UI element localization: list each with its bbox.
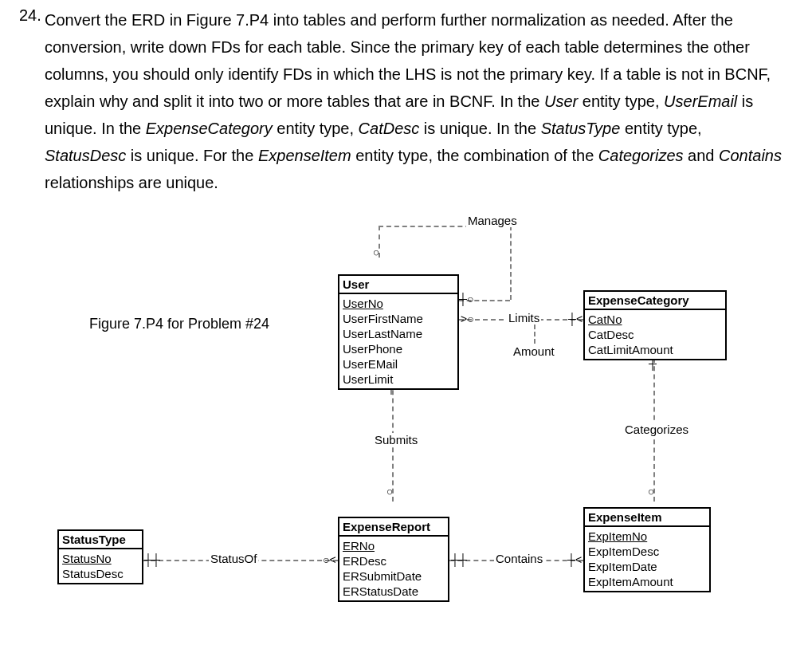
entity-statustype-attr-0: StatusDesc (62, 566, 139, 581)
limits-label: Limits (507, 311, 541, 325)
statusof-card-right: ○< (323, 554, 336, 565)
question-number: 24. (19, 6, 41, 25)
limits-attr-label: Amount (513, 344, 555, 358)
qt-categorizes: Categorizes (598, 147, 684, 164)
entity-er-attr-0: ERDesc (343, 553, 445, 568)
qt-useremail: UserEmail (664, 92, 737, 110)
contains-card-right: ┼< (567, 554, 582, 565)
entity-er-attrs: ERNo ERDesc ERSubmitDate ERStatusDate (339, 537, 448, 600)
qt-p1g: is unique. For the (126, 147, 258, 164)
entity-ei-attr-0: ExpItemDesc (588, 544, 706, 559)
entity-user-attr-2: UserPhone (343, 341, 454, 356)
entity-ei-attr-1: ExpItemDate (588, 559, 706, 574)
qt-contains: Contains (719, 147, 782, 164)
entity-ei-attr-2: ExpItemAmount (588, 574, 706, 589)
contains-card-left: ┼┼ (451, 554, 467, 565)
manages-card-one: ┼○ (459, 293, 473, 305)
submits-card-top: ┼ (387, 382, 395, 393)
figure-caption: Figure 7.P4 for Problem #24 (89, 316, 269, 332)
entity-ei-title: ExpenseItem (585, 509, 709, 527)
submits-label: Submits (373, 433, 419, 446)
qt-p1b: entity type, (578, 92, 664, 110)
qt-p1j: relationships are unique. (45, 174, 218, 191)
entity-statustype-title: StatusType (59, 531, 142, 549)
entity-expense-item: ExpenseItem ExpItemNo ExpItemDesc ExpIte… (583, 507, 711, 592)
statusof-card-left: ┼┼ (144, 554, 160, 565)
page-root: 24. Convert the ERD in Figure 7.P4 into … (0, 0, 812, 653)
limits-attr-line (534, 325, 535, 344)
qt-statusdesc: StatusDesc (45, 147, 126, 164)
entity-user-attr-4: UserLimit (343, 372, 454, 387)
categorizes-card-bot: ○ (646, 489, 657, 495)
qt-p1f: entity type, (620, 120, 701, 137)
categorizes-line (653, 358, 655, 502)
entity-expcat-attrs: CatNo CatDesc CatLimitAmount (585, 310, 725, 359)
manages-line-h1 (379, 226, 510, 227)
entity-er-pk: ERNo (343, 538, 445, 553)
entity-user-title: User (339, 276, 457, 294)
entity-expense-category: ExpenseCategory CatNo CatDesc CatLimitAm… (583, 290, 727, 360)
entity-status-type: StatusType StatusNo StatusDesc (57, 529, 143, 584)
entity-er-title: ExpenseReport (339, 518, 448, 537)
entity-user-attr-1: UserLastName (343, 326, 454, 341)
entity-expcat-pk: CatNo (588, 312, 722, 327)
entity-user-attr-0: UserFirstName (343, 311, 454, 326)
qt-p1d: entity type, (273, 120, 359, 137)
entity-expcat-attr-1: CatLimitAmount (588, 342, 722, 357)
qt-p1h: entity type, the combination of the (351, 147, 598, 164)
qt-user: User (544, 92, 578, 110)
limits-card-right: ┼< (568, 313, 583, 325)
manages-card-many: ○ (371, 250, 382, 256)
limits-card-left: >○ (461, 313, 474, 325)
statusof-line (143, 560, 338, 561)
entity-er-attr-2: ERStatusDate (343, 584, 445, 599)
entity-ei-attrs: ExpItemNo ExpItemDesc ExpItemDate ExpIte… (585, 527, 709, 591)
manages-line-v1 (379, 226, 380, 258)
entity-user-attrs: UserNo UserFirstName UserLastName UserPh… (339, 294, 457, 388)
limits-line (459, 319, 583, 321)
qt-expcat: ExpenseCategory (146, 120, 273, 137)
entity-er-attr-1: ERSubmitDate (343, 568, 445, 584)
submits-line (392, 382, 394, 502)
manages-line-v2 (510, 226, 512, 300)
entity-statustype-pk: StatusNo (62, 551, 139, 566)
question-text: Convert the ERD in Figure 7.P4 into tabl… (45, 6, 787, 196)
entity-user-attr-3: UserEMail (343, 356, 454, 372)
entity-ei-pk: ExpItemNo (588, 529, 706, 544)
statusof-label: StatusOf (209, 552, 258, 565)
entity-expense-report: ExpenseReport ERNo ERDesc ERSubmitDate E… (338, 517, 449, 602)
categorizes-card-top: ┼ (649, 358, 657, 369)
entity-user-pk: UserNo (343, 296, 454, 311)
manages-label: Manages (466, 214, 519, 227)
submits-card-bottom: ○ (385, 489, 396, 495)
qt-p1i: and (684, 147, 719, 164)
entity-user: User UserNo UserFirstName UserLastName U… (338, 274, 459, 390)
contains-label: Contains (494, 552, 544, 565)
qt-statustype: StatusType (541, 120, 621, 137)
contains-line (449, 560, 583, 561)
entity-expcat-title: ExpenseCategory (585, 292, 725, 310)
qt-catdesc: CatDesc (359, 120, 420, 137)
entity-statustype-attrs: StatusNo StatusDesc (59, 549, 142, 583)
qt-expitem: ExpenseItem (258, 147, 351, 164)
qt-p1e: is unique. In the (419, 120, 540, 137)
categorizes-label: Categorizes (623, 423, 690, 436)
entity-expcat-attr-0: CatDesc (588, 327, 722, 342)
manages-line-h2 (459, 300, 510, 301)
